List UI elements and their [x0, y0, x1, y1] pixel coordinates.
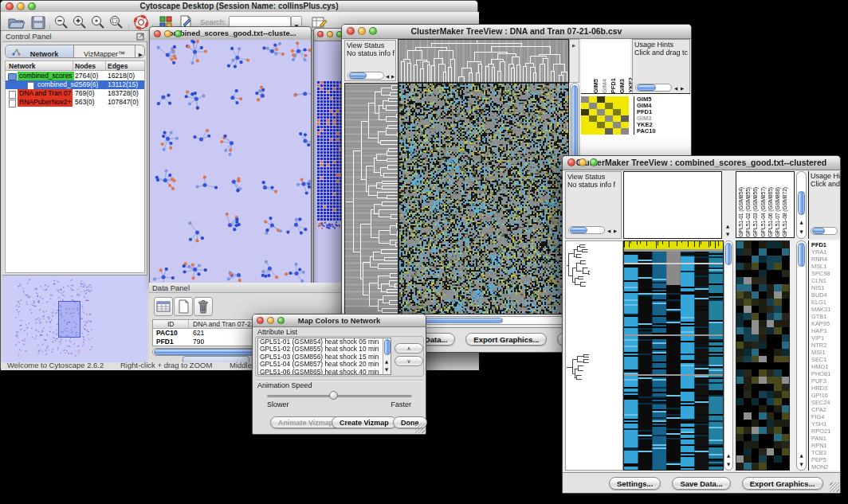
resize-grip[interactable] — [830, 483, 839, 492]
gene-label[interactable]: MON2 — [811, 463, 840, 471]
scroll-up-icon[interactable]: ▲ — [385, 359, 388, 364]
scroll-up-icon[interactable]: ▲ — [726, 224, 729, 229]
create-vizmap-button[interactable]: Create Vizmap — [332, 416, 397, 428]
usage-hints-scrollbar[interactable] — [811, 227, 838, 235]
scroll-up-icon[interactable]: ▲ — [727, 453, 730, 458]
zoom-heatmap-matrix[interactable] — [581, 96, 629, 135]
scroll-up-icon[interactable]: ▲ — [800, 453, 803, 458]
network-tree-row[interactable]: DNA and Tran 07 769(0) 183728(0) — [6, 89, 145, 98]
scroll-down-icon[interactable]: ▼ — [800, 229, 803, 234]
gene-label[interactable]: MSI1 — [811, 349, 840, 356]
tab-vizmapper[interactable]: VizMapper™ — [74, 45, 135, 58]
column-label[interactable]: GIM5 — [592, 79, 599, 93]
treeview1-titlebar[interactable]: ClusterMaker TreeView : DNA and Tran 07-… — [342, 25, 691, 39]
attribute-list-item[interactable]: GPL51-03 (GSM856) heat shock 15 min — [260, 354, 379, 361]
gene-label[interactable]: PHO81 — [811, 370, 840, 377]
delete-attribute-button[interactable] — [194, 297, 213, 316]
gene-label[interactable]: KAP95 — [811, 320, 840, 327]
overview-viewport-rect[interactable] — [58, 301, 80, 338]
view-status-scrollbar[interactable] — [568, 226, 605, 234]
treeview2-titlebar[interactable]: ClusterMaker TreeView : combined_scores_… — [563, 156, 840, 170]
close-button[interactable] — [567, 158, 575, 166]
experiment-label[interactable]: GPL51-02 (GSM855) — [745, 187, 751, 237]
table-col-id[interactable]: ID — [167, 320, 175, 328]
scroll-down-icon[interactable]: ▼ — [800, 462, 803, 467]
scroll-left-icon[interactable]: ◀ — [386, 74, 389, 79]
experiment-label[interactable]: GPL51-06 (GSM865) — [768, 187, 773, 237]
close-button[interactable] — [257, 317, 264, 324]
treeview-action-button[interactable]: Settings... — [609, 477, 661, 490]
view-status-scrollbar[interactable] — [347, 72, 384, 80]
column-label[interactable]: GIM4 — [601, 79, 608, 93]
experiment-label[interactable]: GPL51-01 (GSM854) — [738, 187, 744, 237]
experiment-label[interactable]: GPL51-08 (GSM872) — [782, 187, 787, 237]
column-dendrogram-area[interactable] — [623, 171, 722, 239]
move-down-button[interactable]: ∨ — [395, 356, 423, 366]
tab-network[interactable]: Network — [6, 45, 74, 58]
resize-grip[interactable] — [415, 424, 425, 433]
minimize-button[interactable] — [267, 317, 274, 324]
gene-label[interactable]: RNR4 — [811, 256, 840, 263]
minimize-button[interactable] — [579, 158, 587, 166]
gene-label[interactable]: SPC98 — [811, 270, 840, 277]
gene-label[interactable]: NTR2 — [811, 342, 840, 349]
column-label[interactable]: PFD1 — [610, 78, 617, 93]
gene-label[interactable]: PAN1 — [811, 435, 840, 442]
attribute-list-item[interactable]: GPL51-06 (GSM865) heat shock 40 min — [260, 369, 379, 375]
treeview-action-button[interactable]: Save Data... — [672, 477, 730, 490]
gene-label[interactable]: NIS1 — [811, 284, 840, 291]
gene-label[interactable]: YRA1 — [811, 248, 840, 256]
float-panel-icon[interactable] — [136, 33, 144, 41]
animate-vizmap-button[interactable]: Animate Vizmap — [270, 416, 341, 428]
scroll-left-icon[interactable]: ◀ — [607, 229, 610, 233]
col-nodes[interactable]: Nodes — [75, 62, 96, 70]
attribute-list-item[interactable]: GPL51-04 (GSM857) heat shock 20 min — [260, 361, 379, 368]
scroll-down-icon[interactable]: ▼ — [727, 462, 730, 467]
close-button[interactable] — [317, 31, 324, 37]
list-vscrollbar[interactable]: ▲ ▼ — [383, 338, 391, 374]
gene-label[interactable]: MAK31 — [811, 306, 840, 313]
global-heatmap[interactable] — [398, 83, 569, 315]
zoom-window-button[interactable] — [28, 2, 36, 10]
network-tree-row[interactable]: combined_scores 2764(0) 16218(0) — [6, 72, 145, 80]
gene-label[interactable]: GPI16 — [811, 392, 840, 399]
attribute-list-item[interactable]: GPL51-02 (GSM855) heat shock 10 min — [260, 346, 379, 353]
gene-label[interactable]: PUF3 — [811, 377, 840, 385]
scroll-left-icon[interactable]: ◀ — [674, 86, 677, 91]
scroll-right-icon[interactable]: ▶ — [614, 229, 617, 233]
column-label[interactable]: GIM3 — [618, 79, 626, 93]
zoom-window-button[interactable] — [175, 30, 182, 37]
zoom-window-button[interactable] — [590, 158, 598, 166]
zoom-out-icon[interactable] — [53, 14, 70, 30]
gene-label[interactable]: RPO21 — [811, 428, 840, 435]
network-view-window-2[interactable] — [313, 28, 345, 289]
search-input[interactable] — [229, 16, 291, 27]
attribute-select-button[interactable] — [154, 297, 173, 316]
gene-label[interactable]: MSL1 — [811, 263, 840, 270]
scroll-down-icon[interactable]: ▼ — [726, 232, 729, 236]
treeview-action-button[interactable]: Export Graphics... — [465, 333, 547, 346]
gene-label[interactable]: RPN1 — [811, 442, 840, 449]
global-heatmap[interactable] — [623, 240, 724, 471]
experiment-label[interactable]: GPL51-03 (GSM856) — [752, 187, 758, 237]
gene-label[interactable]: SEC1 — [811, 356, 840, 363]
treeview-action-button[interactable]: Export Graphics... — [742, 477, 823, 490]
animation-speed-slider[interactable] — [267, 395, 412, 397]
usage-hints-scrollbar[interactable] — [635, 84, 672, 92]
gene-label[interactable]: PEP5 — [811, 456, 840, 463]
save-session-icon[interactable] — [29, 14, 47, 30]
dense-network-grid-canvas[interactable] — [317, 81, 343, 229]
close-button[interactable] — [347, 27, 355, 35]
main-titlebar[interactable]: Cytoscape Desktop (Session Name: collins… — [1, 1, 477, 13]
zoom-window-button[interactable] — [369, 27, 377, 35]
gene-label[interactable]: BUD4 — [811, 291, 840, 299]
heatmap-vscrollbar[interactable]: ▲ ▼ — [724, 240, 733, 471]
row-dendrogram[interactable] — [344, 83, 398, 315]
col-edges[interactable]: Edges — [108, 62, 128, 70]
col-network[interactable]: Network — [9, 62, 36, 70]
gene-label[interactable]: YSH1 — [811, 420, 840, 428]
minimize-button[interactable] — [327, 31, 333, 37]
move-up-button[interactable]: ∧ — [395, 343, 423, 354]
network-canvas[interactable] — [150, 40, 311, 287]
close-button[interactable] — [154, 30, 161, 37]
